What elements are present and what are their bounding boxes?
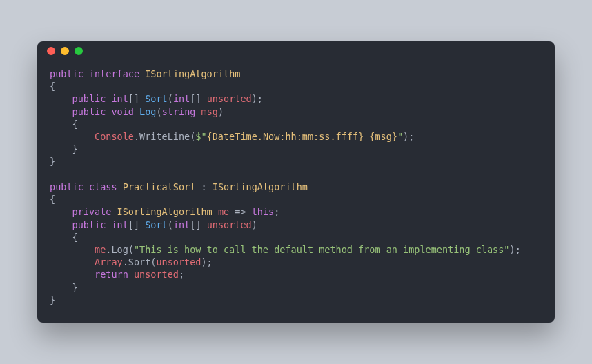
token-text: [50, 131, 95, 142]
token-kw: return: [95, 269, 128, 280]
maximize-icon[interactable]: [75, 47, 83, 55]
token-text: [111, 206, 117, 217]
token-strint: {DateTime.Now:hh:mm:ss.ffff}: [207, 131, 364, 142]
token-text: ): [252, 219, 257, 230]
token-text: [50, 206, 72, 217]
token-text: (: [168, 93, 173, 104]
token-text: [139, 68, 145, 79]
token-kw: public: [72, 93, 106, 104]
token-kw: string: [162, 106, 196, 117]
token-text: [117, 181, 123, 192]
token-text: [50, 169, 55, 180]
token-kw: int: [173, 93, 190, 104]
token-text: [83, 68, 89, 79]
token-kw: void: [111, 106, 134, 117]
token-text: [213, 206, 218, 217]
token-text: {: [50, 81, 55, 92]
token-text: [50, 269, 95, 280]
token-text: [50, 244, 95, 255]
token-text: {: [50, 119, 78, 130]
token-text: [50, 219, 72, 230]
token-var: msg: [201, 106, 218, 117]
token-var: unsorted: [156, 256, 201, 267]
token-kw: public: [50, 181, 83, 192]
token-text: );: [510, 244, 521, 255]
token-var: Array: [95, 256, 123, 267]
token-text: =>: [235, 206, 246, 217]
token-text: []: [128, 219, 145, 230]
token-kw: public: [72, 106, 106, 117]
token-fn: Sort: [145, 219, 168, 230]
token-var: unsorted: [134, 269, 179, 280]
token-var: me: [218, 206, 229, 217]
token-text: );: [403, 131, 414, 142]
token-text: }: [50, 156, 55, 167]
token-text: [246, 206, 252, 217]
token-text: [134, 106, 139, 117]
token-text: );: [252, 93, 263, 104]
token-type: PracticalSort: [123, 181, 196, 192]
token-text: .Sort(: [123, 256, 157, 267]
token-text: :: [201, 181, 207, 192]
token-kw: int: [111, 93, 128, 104]
token-type: ISortingAlgorithm: [117, 206, 213, 217]
token-strint: {msg}: [369, 131, 397, 142]
token-text: (: [168, 219, 173, 230]
token-text: );: [201, 256, 212, 267]
token-text: []: [190, 93, 206, 104]
code-editor: public interface ISortingAlgorithm { pub…: [37, 61, 555, 323]
close-icon[interactable]: [47, 47, 55, 55]
token-kw: public: [50, 68, 83, 79]
token-text: .Log(: [106, 244, 134, 255]
token-text: [195, 106, 201, 117]
minimize-icon[interactable]: [61, 47, 69, 55]
token-text: [83, 181, 89, 192]
token-text: [50, 106, 72, 117]
token-text: {: [50, 232, 78, 243]
token-kw: public: [72, 219, 106, 230]
token-type: ISortingAlgorithm: [213, 181, 308, 192]
token-text: [195, 181, 201, 192]
token-var: me: [95, 244, 106, 255]
token-text: (: [156, 106, 161, 117]
token-fn: Log: [139, 106, 156, 117]
titlebar: [37, 41, 555, 61]
token-text: ;: [274, 206, 279, 217]
token-fn: Sort: [145, 93, 168, 104]
token-kw: this: [252, 206, 275, 217]
token-var: unsorted: [207, 93, 252, 104]
token-kw: private: [72, 206, 112, 217]
token-var: Console: [95, 131, 134, 142]
token-text: ): [218, 106, 224, 117]
token-str: "This is how to call the default method …: [134, 244, 510, 255]
token-text: []: [128, 93, 145, 104]
token-text: }: [50, 294, 55, 305]
token-text: [128, 269, 134, 280]
code-window: public interface ISortingAlgorithm { pub…: [37, 41, 555, 323]
token-text: ;: [179, 269, 184, 280]
token-kw: interface: [89, 68, 139, 79]
token-text: [207, 181, 213, 192]
token-text: [50, 93, 72, 104]
token-text: }: [50, 282, 78, 293]
token-kw: int: [111, 219, 128, 230]
token-text: .WriteLine(: [134, 131, 195, 142]
token-text: {: [50, 194, 55, 205]
token-text: [50, 256, 95, 267]
token-str: ": [397, 131, 403, 142]
token-type: ISortingAlgorithm: [145, 68, 240, 79]
token-text: []: [190, 219, 206, 230]
token-str: $": [195, 131, 206, 142]
token-text: }: [50, 143, 78, 154]
token-kw: int: [173, 219, 190, 230]
token-kw: class: [89, 181, 117, 192]
token-var: unsorted: [207, 219, 252, 230]
